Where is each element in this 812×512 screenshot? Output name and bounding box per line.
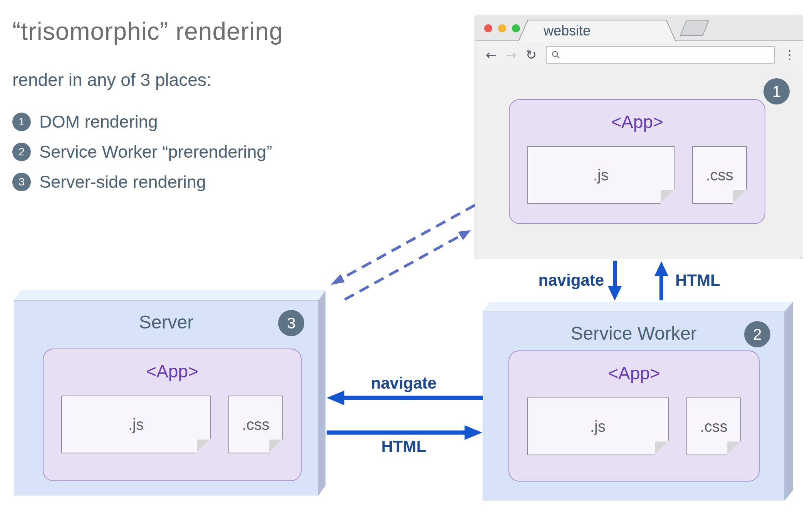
css-file-label: .css	[700, 418, 727, 435]
app-tag-label: <App>	[527, 111, 747, 132]
legend-item-label: Server-side rendering	[39, 172, 206, 192]
step-number-badge: 2	[12, 143, 31, 161]
js-file-label: .js	[593, 167, 609, 184]
browser-tab[interactable]: website	[518, 20, 676, 41]
service-worker-app-box: <App> .js .css	[508, 350, 760, 482]
step-badge-2: 2	[744, 321, 770, 347]
service-worker-title: Service Worker	[483, 323, 784, 344]
browser-viewport: 1 <App> .js .css	[475, 68, 803, 258]
back-icon[interactable]: ←	[483, 48, 500, 61]
dashed-link-server-browser	[331, 205, 475, 300]
page-fold-icon	[196, 439, 211, 453]
page-fold-icon	[732, 189, 747, 204]
service-worker-box: Service Worker 2 <App> .js .css	[483, 302, 793, 500]
arrow-navigate-down	[608, 261, 622, 301]
service-worker-box-front-face: Service Worker 2 <App> .js .css	[483, 312, 785, 500]
app-tag-label: <App>	[61, 361, 283, 382]
arrow-html-up	[654, 261, 668, 300]
css-file-label: .css	[706, 167, 733, 184]
navigate-label-horizontal: navigate	[346, 374, 461, 392]
server-box-top-face	[14, 290, 325, 300]
page-fold-icon	[268, 439, 283, 453]
html-label-vertical: HTML	[675, 271, 791, 290]
step-badge-3: 3	[278, 310, 304, 336]
page-fold-icon	[726, 441, 741, 455]
server-title: Server	[14, 312, 318, 333]
file-row: .js .css	[527, 146, 747, 204]
js-file-label: .js	[128, 416, 144, 433]
menu-dots-icon[interactable]: ⋮	[783, 47, 795, 62]
page-fold-icon	[654, 441, 669, 455]
css-file-icon: .css	[692, 146, 747, 204]
service-worker-box-side-face	[785, 302, 793, 500]
browser-window: website ← → ↻ ⋮ 1 <App> .j	[475, 15, 803, 259]
js-file-icon: .js	[527, 146, 674, 204]
js-file-icon: .js	[61, 396, 211, 453]
arrow-navigate-left	[327, 391, 483, 405]
reload-icon[interactable]: ↻	[523, 48, 540, 61]
tab-title: website	[544, 23, 591, 39]
css-file-icon: .css	[228, 396, 283, 453]
html-label-horizontal: HTML	[346, 437, 461, 456]
forward-icon[interactable]: →	[503, 48, 520, 61]
legend-item-label: DOM rendering	[39, 112, 158, 132]
intro-block: “trisomorphic” rendering render in any o…	[12, 17, 436, 192]
legend-item-3: 3 Server-side rendering	[12, 172, 436, 192]
js-file-icon: .js	[527, 397, 669, 455]
page-fold-icon	[660, 189, 674, 204]
app-tag-label: <App>	[527, 363, 741, 384]
server-app-box: <App> .js .css	[43, 349, 302, 481]
file-row: .js .css	[61, 396, 283, 453]
intro-subtitle: render in any of 3 places:	[12, 69, 436, 90]
service-worker-box-top-face	[483, 302, 793, 312]
step-badge-1: 1	[763, 78, 790, 104]
step-number-badge: 1	[12, 113, 31, 131]
browser-toolbar: ← → ↻ ⋮	[475, 41, 803, 68]
search-icon	[551, 50, 560, 59]
tab-shape-fill	[519, 20, 675, 41]
server-box-front-face: Server 3 <App> .js .css	[14, 300, 319, 495]
browser-tab-bar: website	[475, 15, 803, 41]
url-bar[interactable]	[546, 46, 775, 64]
close-window-icon[interactable]	[484, 24, 492, 32]
css-file-label: .css	[242, 416, 269, 433]
legend-item-label: Service Worker “prerendering”	[39, 142, 272, 162]
legend-list: 1 DOM rendering 2 Service Worker “preren…	[12, 112, 436, 192]
minimize-window-icon[interactable]	[498, 24, 506, 32]
legend-item-1: 1 DOM rendering	[12, 112, 436, 132]
server-box-side-face	[319, 290, 325, 495]
file-row: .js .css	[527, 397, 741, 455]
new-tab-button[interactable]	[680, 20, 709, 36]
legend-item-2: 2 Service Worker “prerendering”	[12, 142, 436, 162]
diagram-canvas: “trisomorphic” rendering render in any o…	[0, 0, 812, 512]
css-file-icon: .css	[686, 397, 741, 455]
js-file-label: .js	[590, 418, 606, 435]
traffic-lights	[484, 24, 520, 32]
browser-app-box: <App> .js .css	[509, 99, 765, 224]
step-number-badge: 3	[12, 173, 31, 191]
server-box: Server 3 <App> .js .css	[14, 290, 325, 495]
page-title: “trisomorphic” rendering	[12, 17, 436, 45]
navigate-label-vertical: navigate	[488, 271, 604, 290]
